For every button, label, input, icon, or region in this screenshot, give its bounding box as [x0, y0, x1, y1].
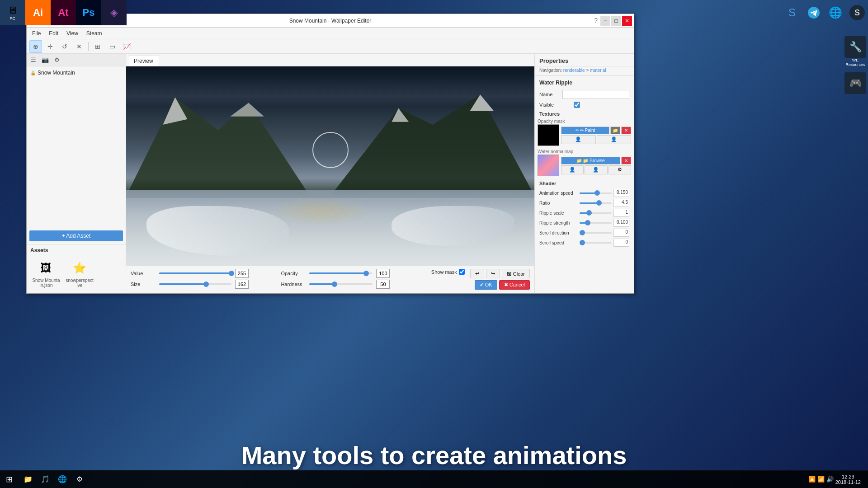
toolbar-panel-btn[interactable]: ▭	[106, 40, 118, 53]
visible-checkbox[interactable]	[574, 102, 580, 108]
shader-ripple-scale-slider[interactable]	[580, 212, 612, 214]
opacity-track	[309, 272, 366, 274]
taskbar-icons: 📁 🎵 🌐 ⚙	[18, 471, 90, 488]
taskbar-settings[interactable]: ⚙	[71, 471, 88, 488]
ps-app-icon[interactable]: Ps	[76, 0, 101, 25]
clear-button[interactable]: 🖫 Clear	[502, 269, 530, 278]
asset-item-1[interactable]: ⭐ snowperspective	[64, 257, 95, 290]
maximize-button[interactable]: □	[611, 16, 621, 26]
shader-anim-speed-label: Animation speed	[539, 191, 578, 196]
shader-anim-speed-thumb[interactable]	[594, 190, 600, 196]
shader-ripple-strength-slider[interactable]	[580, 222, 612, 224]
shader-ratio-slider[interactable]	[580, 202, 612, 204]
opacity-mask-row: ✏ ✏ Paint 📁 ✕ 👤 👤	[538, 124, 631, 146]
menu-edit[interactable]: Edit	[45, 29, 62, 38]
shader-scroll-dir-slider[interactable]	[580, 232, 612, 234]
tray-wifi[interactable]: 📶	[817, 476, 825, 483]
show-mask-checkbox[interactable]	[459, 269, 465, 275]
clock-date: 2018-11-12	[835, 479, 861, 485]
preview-canvas[interactable]	[126, 66, 534, 266]
opacity-label: Opacity	[281, 271, 306, 276]
shader-scroll-speed-slider[interactable]	[580, 242, 612, 244]
normalmap-person-btn[interactable]: 👤	[561, 165, 584, 174]
nav-material[interactable]: material	[590, 68, 606, 73]
value-slider[interactable]	[159, 272, 231, 274]
hardness-slider[interactable]	[309, 283, 373, 285]
opacity-thumb[interactable]	[363, 271, 369, 276]
shader-anim-speed-slider[interactable]	[580, 192, 612, 194]
ai-app-icon[interactable]: Ai	[25, 0, 51, 25]
name-label: Name	[539, 92, 560, 97]
opacity-slider[interactable]	[309, 272, 373, 274]
cancel-button[interactable]: ✖ Cancel	[499, 280, 530, 290]
shader-ripple-strength-thumb[interactable]	[585, 220, 590, 225]
asset-item-0[interactable]: 🖼 Snow Mountain.json	[30, 257, 62, 290]
toolbar-move-btn[interactable]: ⊕	[29, 40, 42, 53]
menu-steam[interactable]: Steam	[83, 29, 106, 38]
opacity-file-button[interactable]: 📁	[610, 127, 620, 134]
normalmap-person2-btn[interactable]: 👤	[585, 165, 607, 174]
hardness-thumb[interactable]	[332, 282, 337, 287]
telegram-icon[interactable]	[803, 2, 825, 23]
add-asset-button[interactable]: + Add Asset	[29, 230, 123, 241]
pc-icon[interactable]: 🖥 PC	[0, 0, 25, 25]
menu-view[interactable]: View	[63, 29, 82, 38]
size-thumb[interactable]	[203, 282, 209, 287]
chrome-icon[interactable]: 🌐	[825, 2, 846, 23]
shader-scroll-dir-thumb[interactable]	[580, 230, 585, 235]
toolbar-grid-btn[interactable]: ⊞	[91, 40, 104, 53]
taskbar-start[interactable]: ⊞	[0, 470, 18, 488]
we-resources-icon[interactable]: 🔧 WE Resources	[843, 36, 868, 67]
nav-renderable[interactable]: renderable	[563, 68, 585, 73]
shader-scroll-speed-thumb[interactable]	[580, 240, 585, 245]
svg-marker-5	[230, 103, 264, 116]
name-input[interactable]	[562, 90, 629, 99]
ok-button[interactable]: ✔ OK	[475, 280, 497, 290]
undo-button[interactable]: ↩	[470, 269, 484, 278]
taskbar-file-explorer[interactable]: 📁	[20, 471, 36, 488]
visible-label: Visible	[539, 102, 571, 108]
menu-file[interactable]: File	[28, 29, 44, 38]
sidebar-camera-btn[interactable]: 📷	[40, 55, 50, 65]
sidebar-settings-btn[interactable]: ⚙	[52, 55, 62, 65]
shader-ripple-scale-label: Ripple scale	[539, 211, 578, 216]
minimize-button[interactable]: −	[600, 16, 610, 26]
value-thumb[interactable]	[229, 271, 234, 276]
steam-sidebar-icon[interactable]: 🎮	[843, 72, 868, 94]
shader-ratio-thumb[interactable]	[596, 200, 602, 206]
right-panel: Properties Navigation: renderable > mate…	[534, 54, 634, 293]
size-slider[interactable]	[159, 283, 231, 285]
opacity-person-btn[interactable]: 👤	[561, 135, 596, 144]
paint-button[interactable]: ✏ ✏ Paint	[561, 127, 609, 134]
shader-ratio-row: Ratio 4.5	[538, 198, 631, 208]
toolbar-add-btn[interactable]: ✛	[44, 40, 57, 53]
normalmap-delete-button[interactable]: ✕	[621, 157, 631, 164]
tray-volume[interactable]: 🔊	[826, 476, 834, 483]
close-button[interactable]: ✕	[622, 16, 632, 26]
shader-scroll-speed-label: Scroll speed	[539, 240, 578, 245]
help-button[interactable]: ?	[594, 17, 598, 24]
preview-tab[interactable]: Preview	[128, 56, 159, 66]
opacity-delete-button[interactable]: ✕	[621, 127, 631, 134]
tree-item-snow-mountain[interactable]: 🔒 Snow Mountain	[28, 68, 124, 77]
tray-network[interactable]: 🔼	[808, 476, 816, 483]
preview-area: Preview	[126, 54, 534, 293]
redo-button[interactable]: ↪	[486, 269, 500, 278]
vs-app-icon[interactable]: ◈	[101, 0, 127, 25]
sidebar-list-btn[interactable]: ☰	[28, 55, 38, 65]
at-app-icon[interactable]: At	[51, 0, 76, 25]
ps-label: Ps	[83, 7, 95, 19]
toolbar-chart-btn[interactable]: 📈	[120, 40, 133, 53]
taskbar-music[interactable]: 🎵	[37, 471, 53, 488]
opacity-person2-btn[interactable]: 👤	[597, 135, 632, 144]
steam-tray-icon[interactable]: S	[846, 2, 868, 23]
shader-ripple-scale-thumb[interactable]	[586, 210, 592, 216]
toolbar-refresh-btn[interactable]: ↺	[58, 40, 71, 53]
taskbar-browser[interactable]: 🌐	[54, 471, 71, 488]
normalmap-settings-btn[interactable]: ⚙	[609, 165, 631, 174]
taskbar-clock[interactable]: 12:23 2018-11-12	[835, 474, 861, 485]
browse-button[interactable]: 📁 📁 Browse	[561, 157, 620, 164]
skype-icon[interactable]: S	[781, 2, 803, 23]
toolbar-close-btn[interactable]: ✕	[73, 40, 85, 53]
browse-icon: 📁	[576, 158, 582, 163]
